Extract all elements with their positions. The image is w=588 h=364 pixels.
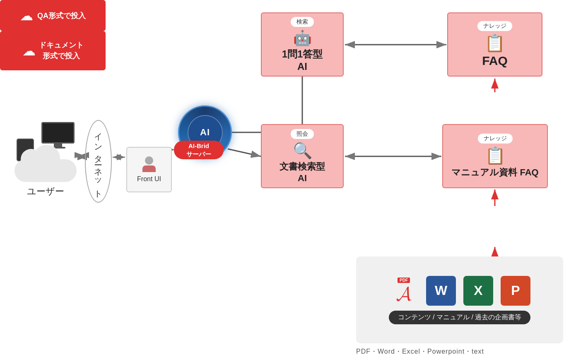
content-label-bar: コンテンツ / マニュアル / 過去の企画書等 bbox=[389, 311, 531, 324]
files-container: PDF 𝓐 W X P コンテンツ / マニュアル / 過去の企画書等 bbox=[356, 256, 563, 343]
file-types-text: PDF・Word・Excel・Powerpoint・text bbox=[356, 347, 484, 356]
manual-faq-badge: ナレッジ bbox=[478, 134, 513, 144]
pdf-acrobat-icon: 𝓐 bbox=[396, 284, 412, 304]
user-group: ユーザー bbox=[12, 116, 79, 198]
ppt-icon-letter: P bbox=[511, 283, 520, 298]
doc-search-box: 照会 🔍 文書検索型 AI bbox=[261, 124, 344, 188]
ppt-icon: P bbox=[501, 276, 530, 306]
internet-label: インターネット bbox=[93, 127, 104, 196]
pdf-icon: PDF 𝓐 bbox=[389, 276, 419, 306]
word-icon: W bbox=[426, 276, 456, 306]
doc-upload-box: ☁ ドキュメント 形式で投入 bbox=[0, 31, 106, 70]
faq-box: ナレッジ 📋 FAQ bbox=[447, 12, 542, 77]
search-ai-badge: 検索 bbox=[291, 17, 314, 27]
monitor-screen bbox=[41, 122, 75, 144]
person-body bbox=[142, 165, 156, 172]
faq-badge: ナレッジ bbox=[477, 21, 512, 31]
internet-oval: インターネット bbox=[85, 120, 112, 203]
user-label: ユーザー bbox=[27, 185, 64, 198]
qa-cloud-icon: ☁ bbox=[20, 8, 33, 24]
qa-cloud-label: QA形式で投入 bbox=[37, 11, 86, 21]
excel-icon-letter: X bbox=[474, 283, 482, 298]
search-ai-box: 検索 🤖 1問1答型 AI bbox=[261, 12, 344, 77]
user-devices bbox=[12, 116, 79, 182]
person-head bbox=[145, 156, 153, 165]
qa-cloud-box: ☁ QA形式で投入 bbox=[0, 0, 106, 31]
file-icons-row: PDF 𝓐 W X P bbox=[389, 276, 530, 306]
search-ai-title: 1問1答型 AI bbox=[282, 48, 323, 72]
ai-brain-text: AI bbox=[200, 127, 210, 138]
front-ui-label: Front UI bbox=[137, 175, 161, 183]
ai-brid-label: AI-Brid サーバー bbox=[186, 142, 211, 158]
ai-brid-server-box: AI-Brid サーバー bbox=[174, 141, 224, 159]
doc-upload-label: ドキュメント 形式で投入 bbox=[39, 40, 84, 61]
user-cloud bbox=[14, 159, 77, 182]
word-icon-letter: W bbox=[435, 283, 447, 298]
monitor-stand bbox=[54, 144, 62, 147]
manual-faq-title: マニュアル資料 FAQ bbox=[451, 166, 538, 179]
manual-faq-doc-icon: 📋 bbox=[485, 146, 506, 165]
svg-line-9 bbox=[228, 149, 261, 156]
front-ui-box: Front UI bbox=[126, 147, 172, 192]
doc-upload-icon: ☁ bbox=[22, 43, 36, 59]
diagram-container: ユーザー インターネット Front UI AI AI-Brid サーバー 検索… bbox=[0, 0, 588, 364]
faq-doc-icon: 📋 bbox=[484, 34, 505, 53]
monitor-icon bbox=[41, 122, 75, 147]
doc-search-icon: 🔍 bbox=[293, 141, 312, 160]
doc-search-badge: 照会 bbox=[291, 129, 314, 139]
faq-title: FAQ bbox=[482, 54, 508, 68]
pdf-icon-wrapper: PDF 𝓐 bbox=[389, 276, 419, 306]
doc-search-title: 文書検索型 AI bbox=[280, 160, 325, 184]
excel-icon: X bbox=[463, 276, 493, 306]
robot-icon: 🤖 bbox=[293, 29, 312, 47]
internet-group: インターネット bbox=[85, 120, 112, 203]
manual-faq-box: ナレッジ 📋 マニュアル資料 FAQ bbox=[442, 124, 548, 188]
person-icon bbox=[141, 156, 157, 172]
